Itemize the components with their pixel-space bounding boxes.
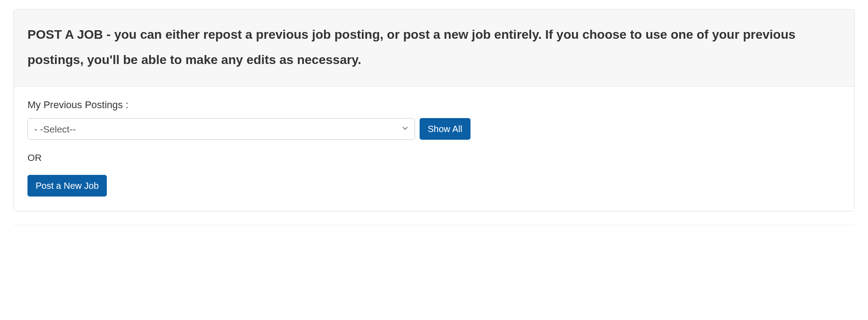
select-row: - -Select-- Show All [27, 118, 841, 140]
card-body: My Previous Postings : - -Select-- Show … [14, 87, 854, 211]
select-wrapper: - -Select-- [27, 118, 415, 140]
previous-postings-label: My Previous Postings : [27, 99, 841, 111]
bottom-divider [14, 225, 854, 225]
card-header: POST A JOB - you can either repost a pre… [14, 9, 854, 87]
post-job-card: POST A JOB - you can either repost a pre… [14, 9, 854, 211]
page-title: POST A JOB - you can either repost a pre… [27, 22, 841, 73]
previous-postings-select[interactable]: - -Select-- [27, 118, 415, 140]
post-new-job-button[interactable]: Post a New Job [27, 175, 107, 197]
show-all-button[interactable]: Show All [420, 118, 471, 140]
or-divider-text: OR [27, 152, 841, 163]
